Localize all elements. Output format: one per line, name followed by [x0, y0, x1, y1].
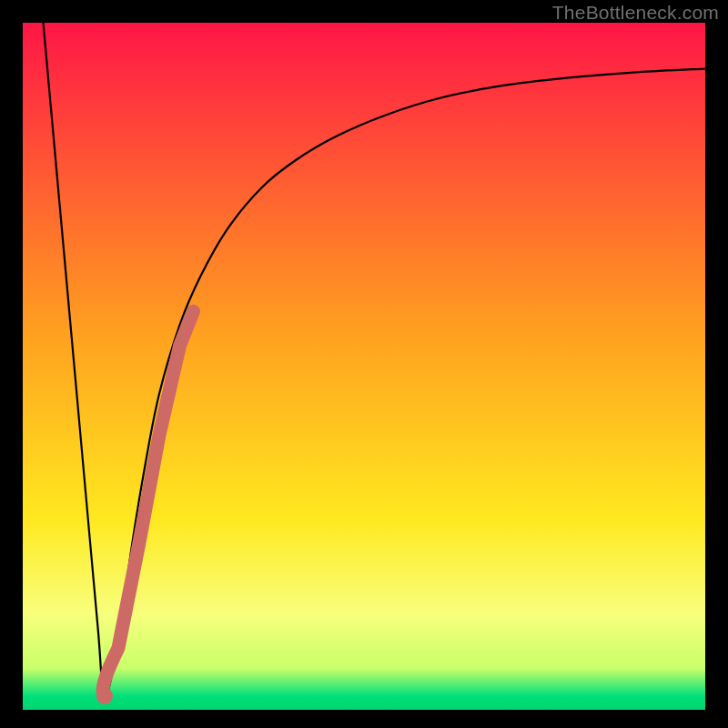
chart-frame: TheBottleneck.com [0, 0, 728, 728]
attribution-label: TheBottleneck.com [552, 2, 719, 24]
marker-overlay [23, 23, 705, 710]
highlight-marker [103, 311, 194, 696]
plot-area [23, 23, 705, 710]
highlight-dot [96, 688, 113, 704]
